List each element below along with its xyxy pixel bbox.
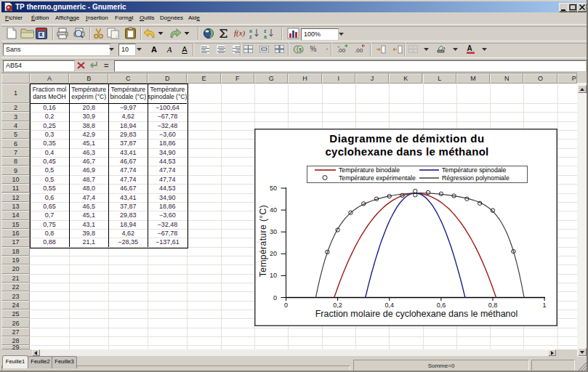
svg-text:cyclohexane dans le méthanol: cyclohexane dans le méthanol [325, 145, 488, 158]
svg-text:0: 0 [284, 302, 288, 309]
svg-text:1: 1 [543, 302, 547, 309]
svg-text:Diagramme de démixtion du: Diagramme de démixtion du [329, 132, 484, 145]
svg-text:Température (°C): Température (°C) [258, 205, 268, 277]
svg-text:10: 10 [270, 272, 277, 279]
svg-text:$: $ [299, 46, 302, 53]
svg-text:0,4: 0,4 [384, 302, 394, 309]
svg-text:Température spinodale: Température spinodale [442, 166, 507, 174]
svg-text:20: 20 [270, 250, 277, 257]
svg-text:Température binodale: Température binodale [339, 166, 400, 174]
svg-text:.00: .00 [355, 47, 363, 54]
svg-text:50: 50 [270, 185, 277, 192]
svg-text:30: 30 [270, 228, 277, 235]
svg-text:0: 0 [273, 294, 277, 302]
svg-text:0,8: 0,8 [488, 302, 498, 309]
svg-text:Fraction molaire de cyclohexan: Fraction molaire de cyclohexane dans le … [315, 309, 518, 319]
svg-text:Température expérimentale: Température expérimentale [339, 174, 416, 182]
svg-text:0,6: 0,6 [437, 302, 446, 309]
svg-text:Régression polynomiale: Régression polynomiale [442, 174, 510, 182]
svg-text:40: 40 [270, 206, 277, 214]
svg-text:f(x): f(x) [234, 28, 246, 38]
svg-text:a: a [264, 34, 267, 39]
svg-text:z: z [249, 34, 252, 39]
svg-text:a: a [249, 28, 252, 33]
svg-text:+: + [337, 44, 340, 49]
svg-text:A: A [467, 44, 472, 52]
svg-text:z: z [264, 28, 267, 33]
svg-text:0,2: 0,2 [333, 302, 342, 309]
